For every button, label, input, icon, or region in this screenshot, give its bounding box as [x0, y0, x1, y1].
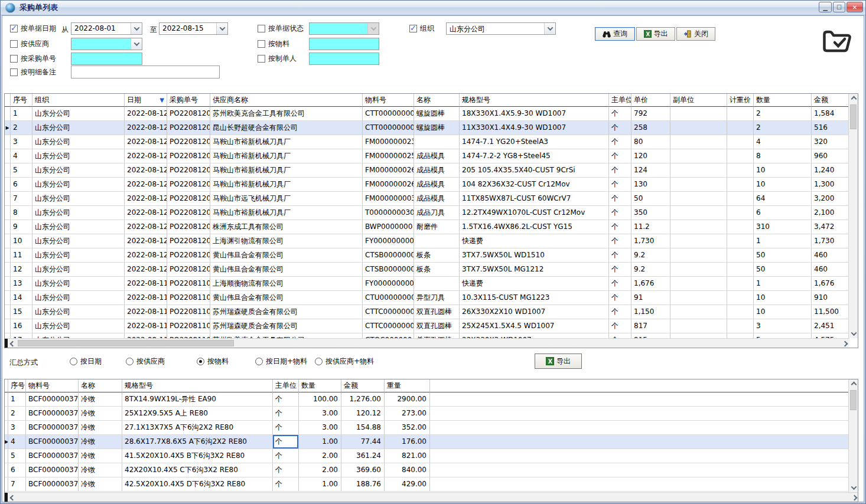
cell[interactable]: 2 — [754, 107, 812, 121]
cell[interactable]: 2022-08-12 — [125, 248, 167, 263]
cell[interactable]: 2022-08-12 — [125, 234, 167, 248]
cell[interactable]: 1,584 — [812, 107, 849, 121]
cell[interactable]: 10 — [754, 178, 812, 192]
cell[interactable]: 山东分公司 — [32, 149, 125, 163]
cell[interactable]: 840.00 — [385, 463, 430, 477]
scroll-left-icon[interactable] — [8, 339, 17, 348]
cell[interactable]: 50 — [631, 192, 670, 206]
cell[interactable]: 5 — [11, 163, 32, 178]
cell[interactable]: 3 — [8, 421, 26, 435]
cell[interactable] — [414, 234, 460, 248]
cell[interactable]: CTT00000000 — [363, 121, 414, 135]
cell[interactable]: 山东分公司 — [32, 107, 125, 121]
cell[interactable]: 369.60 — [341, 463, 385, 477]
cell[interactable]: 1 — [754, 234, 812, 248]
scroll-up-icon[interactable] — [849, 379, 858, 389]
cell[interactable]: 2022-08-12 — [125, 178, 167, 192]
supplier-filter-checkbox[interactable] — [10, 40, 18, 48]
cell[interactable]: 2 — [11, 121, 32, 135]
cell[interactable] — [670, 234, 727, 248]
cell[interactable]: 个 — [609, 263, 631, 277]
cell[interactable]: 352.00 — [385, 421, 430, 435]
cell[interactable]: 273.00 — [385, 407, 430, 421]
cell[interactable]: 100.00 — [299, 392, 341, 407]
chevron-down-icon[interactable] — [131, 38, 142, 50]
cell[interactable]: 460 — [812, 263, 849, 277]
cell[interactable]: 2022-08-12 — [125, 121, 167, 135]
summary-option-by-date[interactable]: 按日期 — [70, 356, 102, 366]
cell[interactable]: 个 — [609, 163, 631, 178]
cell[interactable]: 2022-08-12 — [125, 206, 167, 220]
query-button[interactable]: 查询 — [595, 27, 635, 41]
cell[interactable]: 1,676 — [631, 277, 670, 291]
cell[interactable]: 山东分公司 — [32, 291, 125, 305]
cell[interactable]: 2022-08-12 — [125, 107, 167, 121]
cell[interactable]: 9.2 — [631, 248, 670, 263]
column-header[interactable]: 序号 — [11, 94, 32, 107]
remark-input[interactable] — [71, 66, 220, 78]
summary-option-by-supplier-material[interactable]: 按供应商+物料 — [315, 356, 374, 366]
supplier-select[interactable] — [71, 38, 142, 50]
scrollbar-thumb[interactable] — [850, 104, 857, 129]
cell[interactable]: 双直孔圆棒 — [414, 319, 460, 333]
cell[interactable]: 2 — [8, 407, 26, 421]
column-header[interactable]: 日期▼ — [125, 94, 167, 107]
cell[interactable]: 冷镦 — [79, 392, 122, 407]
cell[interactable]: 10 — [754, 163, 812, 178]
cell[interactable] — [727, 305, 754, 319]
po-filter-checkbox[interactable] — [10, 55, 18, 63]
cell[interactable]: PO220812012 — [167, 234, 210, 248]
cell[interactable]: 2,100 — [812, 206, 849, 220]
filter-by-maker[interactable]: 按制单人 — [258, 54, 297, 64]
table-row[interactable]: 4山东分公司2022-08-12PO220812005马鞍山市裕新机械刀具厂FM… — [5, 149, 849, 163]
scroll-right-icon[interactable] — [849, 493, 858, 502]
cell[interactable]: PO220812005 — [167, 135, 210, 149]
cell[interactable]: 5 — [8, 449, 26, 463]
cell[interactable] — [727, 178, 754, 192]
cell[interactable]: BCF00000037 — [26, 392, 79, 407]
cell[interactable]: 山东分公司 — [32, 163, 125, 178]
cell[interactable]: T0000000030 — [363, 206, 414, 220]
cell[interactable]: 41.5X20X10.4X5 B下6沟3X2 RE80 — [122, 449, 273, 463]
cell[interactable]: 个 — [273, 435, 299, 449]
cell[interactable]: PO220811001 — [167, 277, 210, 291]
cell[interactable]: PO220812007 — [167, 163, 210, 178]
chevron-down-icon[interactable] — [216, 23, 227, 34]
column-header[interactable]: 主单位 — [609, 94, 631, 107]
cell[interactable]: 2900.00 — [385, 392, 430, 407]
cell[interactable]: 马鞍山市裕新机械刀具厂 — [210, 163, 363, 178]
cell[interactable]: 350 — [631, 206, 670, 220]
close-form-button[interactable]: 关闭 — [676, 27, 715, 41]
cell[interactable]: 320 — [812, 135, 849, 149]
cell[interactable]: 个 — [273, 407, 299, 421]
cell[interactable]: 960 — [812, 149, 849, 163]
cell[interactable]: 个 — [273, 463, 299, 477]
cell[interactable]: PO220812005 — [167, 149, 210, 163]
status-select[interactable] — [309, 22, 379, 35]
cell[interactable]: 个 — [609, 248, 631, 263]
cell[interactable]: PO220812011 — [167, 220, 210, 234]
cell[interactable]: 1 — [754, 277, 812, 291]
cell[interactable]: 1,730 — [631, 234, 670, 248]
cell[interactable]: 10 — [11, 234, 32, 248]
cell[interactable] — [727, 291, 754, 305]
cell[interactable]: 个 — [609, 107, 631, 121]
cell[interactable] — [670, 192, 727, 206]
column-header[interactable]: 序号 — [8, 379, 26, 392]
cell[interactable]: 2.00 — [299, 463, 341, 477]
cell[interactable]: CTSB0000000 — [363, 263, 414, 277]
cell[interactable]: 1.5TX16.4WX86.2L-CUST YG15 — [460, 220, 609, 234]
cell[interactable]: 马鞍山市裕新机械刀具厂 — [210, 149, 363, 163]
table-row[interactable]: 8山东分公司2022-08-12PO220812009马鞍山市裕新机械刀具厂T0… — [5, 206, 849, 220]
cell[interactable]: 个 — [273, 477, 299, 492]
cell[interactable]: 冷镦 — [79, 421, 122, 435]
cell[interactable]: 冷镦 — [79, 449, 122, 463]
po-input[interactable] — [71, 53, 142, 65]
table-row[interactable]: 7BCF00000037冷镦42.5X20X10.4X5 D下6沟3X2 RE8… — [5, 477, 849, 492]
cell[interactable]: BCF00000037 — [26, 477, 79, 492]
cell[interactable]: BCF00000037 — [26, 449, 79, 463]
column-header[interactable]: 组织 — [32, 94, 125, 107]
cell[interactable]: 104 82X36X32-CUST Cr12Mov — [460, 178, 609, 192]
cell[interactable]: 130 — [631, 178, 670, 192]
cell[interactable]: PO220811002 — [167, 291, 210, 305]
